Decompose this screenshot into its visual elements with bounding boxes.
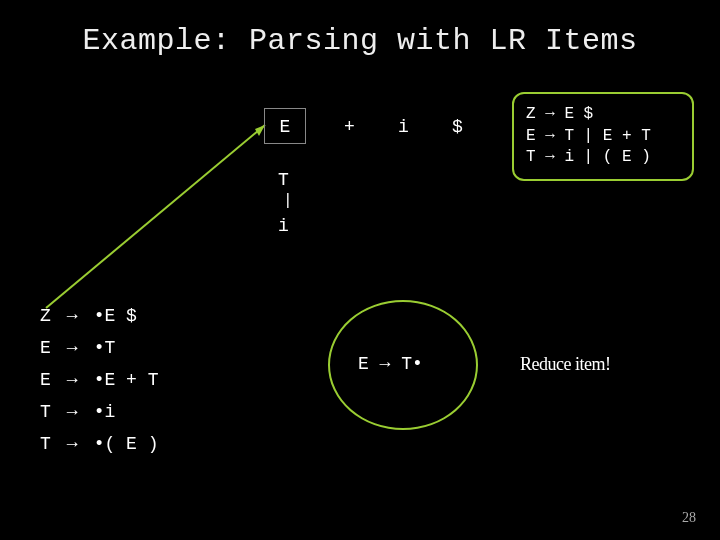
- item-lhs: Z: [32, 300, 59, 332]
- item-rhs: •i: [86, 396, 167, 428]
- grammar-line-1: Z → E $: [526, 105, 593, 123]
- item-arrow: →: [59, 364, 86, 396]
- table-row: T → •( E ): [32, 428, 166, 460]
- item-lhs: T: [32, 428, 59, 460]
- item-lhs: E: [32, 364, 59, 396]
- reduce-item-label: Reduce item!: [520, 354, 610, 375]
- grammar-line-3: T → i | ( E ): [526, 148, 651, 166]
- item-arrow: →: [59, 396, 86, 428]
- table-row: Z → •E $: [32, 300, 166, 332]
- reduce-item: E → T•: [358, 354, 423, 374]
- grammar-line-2: E → T | E + T: [526, 127, 651, 145]
- deriv-T: T: [278, 170, 289, 190]
- item-rhs: •E + T: [86, 364, 167, 396]
- item-lhs: E: [32, 332, 59, 364]
- page-number: 28: [682, 510, 696, 526]
- lr-items-table: Z → •E $ E → •T E → •E + T T → •i T → •(…: [32, 300, 166, 460]
- stack-cell-E: E: [264, 108, 306, 144]
- svg-line-0: [46, 125, 265, 308]
- deriv-bar: |: [283, 192, 293, 210]
- input-i: i: [398, 117, 410, 137]
- item-arrow: →: [59, 428, 86, 460]
- item-lhs: T: [32, 396, 59, 428]
- table-row: E → •E + T: [32, 364, 166, 396]
- item-arrow: →: [59, 332, 86, 364]
- input-plus: +: [344, 117, 356, 137]
- grammar-box: Z → E $ E → T | E + T T → i | ( E ): [512, 92, 694, 181]
- input-end: $: [452, 117, 464, 137]
- page-title: Example: Parsing with LR Items: [0, 24, 720, 58]
- item-rhs: •T: [86, 332, 167, 364]
- deriv-i: i: [278, 216, 289, 236]
- item-rhs: •( E ): [86, 428, 167, 460]
- item-rhs: •E $: [86, 300, 167, 332]
- table-row: T → •i: [32, 396, 166, 428]
- table-row: E → •T: [32, 332, 166, 364]
- item-arrow: →: [59, 300, 86, 332]
